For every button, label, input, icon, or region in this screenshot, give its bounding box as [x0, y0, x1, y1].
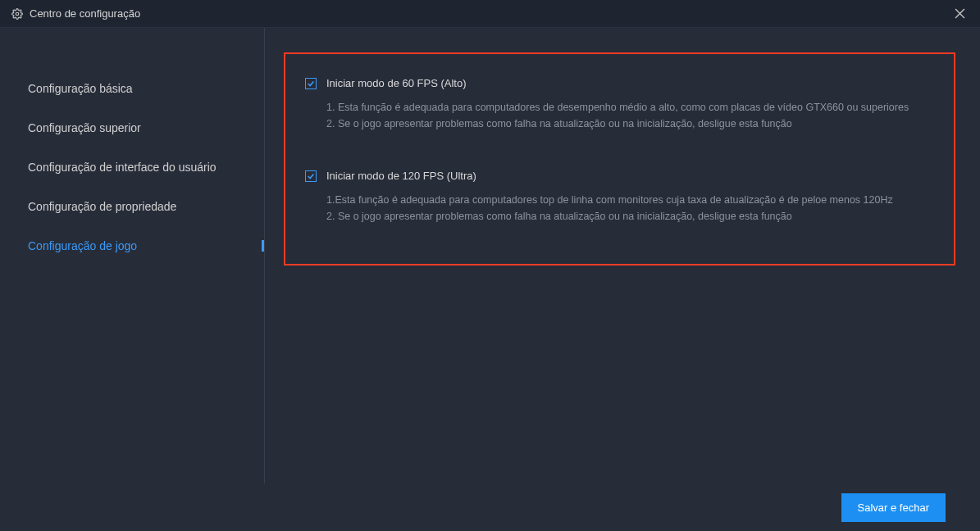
sidebar-item-label: Configuração básica	[28, 82, 133, 95]
close-icon[interactable]	[951, 5, 969, 22]
option-fps120: Iniciar modo de 120 FPS (Ultra) 1.Esta f…	[305, 170, 934, 225]
option-fps60-label: Iniciar modo de 60 FPS (Alto)	[326, 77, 467, 89]
sidebar-item-property[interactable]: Configuração de propriedade	[0, 187, 264, 226]
sidebar: Configuração básica Configuração superio…	[0, 28, 264, 483]
footer: Salvar e fechar	[0, 483, 980, 531]
svg-point-0	[16, 12, 19, 16]
option-fps60-desc-line2: 2. Se o jogo apresentar problemas como f…	[326, 116, 934, 132]
checkbox-fps60[interactable]	[305, 78, 317, 89]
window-title: Centro de configuração	[30, 7, 951, 20]
checkbox-fps120[interactable]	[305, 170, 317, 182]
title-bar: Centro de configuração	[0, 0, 980, 28]
sidebar-item-ui[interactable]: Configuração de interface do usuário	[0, 148, 264, 187]
vertical-divider	[264, 28, 265, 483]
option-fps60: Iniciar modo de 60 FPS (Alto) 1. Esta fu…	[305, 77, 934, 132]
sidebar-item-superior[interactable]: Configuração superior	[0, 108, 264, 148]
option-fps120-label: Iniciar modo de 120 FPS (Ultra)	[326, 170, 476, 182]
sidebar-item-basic[interactable]: Configuração básica	[0, 69, 264, 108]
option-fps120-desc-line1: 1.Esta função é adequada para computador…	[326, 192, 934, 208]
sidebar-item-label: Configuração superior	[28, 121, 141, 134]
sidebar-item-label: Configuração de propriedade	[28, 200, 176, 213]
option-fps120-desc: 1.Esta função é adequada para computador…	[305, 192, 934, 225]
option-fps60-desc: 1. Esta função é adequada para computado…	[305, 99, 934, 132]
option-fps60-desc-line1: 1. Esta função é adequada para computado…	[326, 99, 934, 116]
gear-icon	[11, 8, 23, 20]
save-close-button[interactable]: Salvar e fechar	[841, 493, 946, 522]
option-fps120-desc-line2: 2. Se o jogo apresentar problemas como f…	[326, 208, 934, 225]
sidebar-item-label: Configuração de jogo	[28, 239, 137, 252]
sidebar-item-game[interactable]: Configuração de jogo	[0, 226, 264, 266]
highlight-box: Iniciar modo de 60 FPS (Alto) 1. Esta fu…	[284, 52, 955, 266]
sidebar-item-label: Configuração de interface do usuário	[28, 161, 217, 174]
main-panel: Iniciar modo de 60 FPS (Alto) 1. Esta fu…	[264, 28, 980, 483]
